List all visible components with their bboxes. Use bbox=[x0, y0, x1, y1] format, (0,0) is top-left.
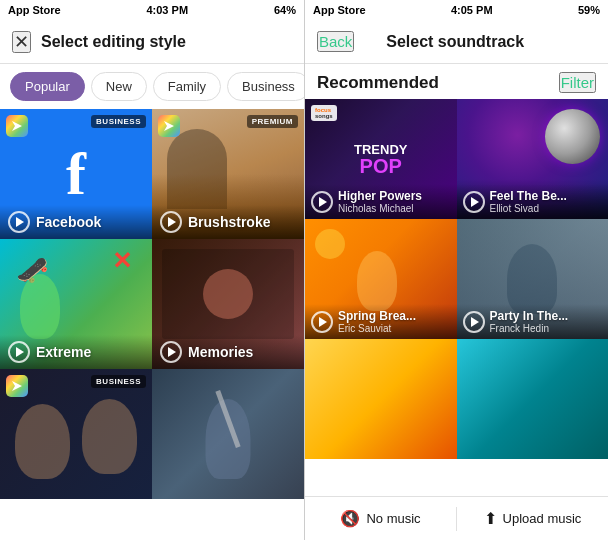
tab-popular[interactable]: Popular bbox=[10, 72, 85, 101]
upload-icon: ⬆ bbox=[484, 509, 497, 528]
tab-family[interactable]: Family bbox=[153, 72, 221, 101]
play-icon-extreme bbox=[16, 347, 24, 357]
recommended-row: Recommended Filter bbox=[305, 64, 608, 99]
card-bottom-facebook: Facebook bbox=[0, 205, 152, 239]
play-btn-party[interactable] bbox=[463, 311, 485, 333]
play-icon-feel-the-beat bbox=[471, 197, 479, 207]
card-facebook[interactable]: f BUSINESS Facebook bbox=[0, 109, 152, 239]
card-bottom-memories: Memories bbox=[152, 335, 304, 369]
mc-text-higher-powers: Higher Powers Nicholas Michael bbox=[338, 189, 422, 214]
time-left: 4:03 PM bbox=[146, 4, 188, 16]
play-btn-higher-powers[interactable] bbox=[311, 191, 333, 213]
right-panel: App Store 4:05 PM 59% Back Select soundt… bbox=[304, 0, 608, 540]
card-warrior[interactable] bbox=[152, 369, 304, 499]
filter-button[interactable]: Filter bbox=[559, 72, 596, 93]
mc-text-feel-the-beat: Feel The Be... Elliot Sivad bbox=[490, 189, 567, 214]
status-left-info: App Store bbox=[8, 4, 61, 16]
card-label-facebook: Facebook bbox=[36, 214, 101, 230]
status-bar-left: App Store 4:03 PM 64% bbox=[0, 0, 304, 20]
play-btn-extreme[interactable] bbox=[8, 341, 30, 363]
app-store-label-left: App Store bbox=[8, 4, 61, 16]
music-card-6[interactable] bbox=[457, 339, 609, 459]
no-music-icon: 🔇 bbox=[340, 509, 360, 528]
music-card-feel-the-beat[interactable]: Feel The Be... Elliot Sivad bbox=[457, 99, 609, 219]
card-social[interactable]: BUSINESS bbox=[0, 369, 152, 499]
close-button[interactable]: ✕ bbox=[12, 31, 31, 53]
play-btn-brushstroke[interactable] bbox=[160, 211, 182, 233]
play-btn-facebook[interactable] bbox=[8, 211, 30, 233]
card-extreme[interactable]: ✕ 🛹 Extreme bbox=[0, 239, 152, 369]
card-bottom-extreme: Extreme bbox=[0, 335, 152, 369]
header-left: ✕ Select editing style bbox=[0, 20, 304, 64]
tab-business[interactable]: Business bbox=[227, 72, 304, 101]
play-btn-feel-the-beat[interactable] bbox=[463, 191, 485, 213]
battery-right: 59% bbox=[578, 4, 600, 16]
music-card-party[interactable]: Party In The... Franck Hedin bbox=[457, 219, 609, 339]
mc-artist-higher-powers: Nicholas Michael bbox=[338, 203, 422, 214]
filter-tabs: Popular New Family Business bbox=[0, 64, 304, 109]
card-label-brushstroke: Brushstroke bbox=[188, 214, 270, 230]
page-title-left: Select editing style bbox=[41, 33, 186, 51]
mc-artist-party: Franck Hedin bbox=[490, 323, 569, 334]
back-button[interactable]: Back bbox=[317, 31, 354, 52]
play-btn-spring-break[interactable] bbox=[311, 311, 333, 333]
recommended-label: Recommended bbox=[317, 73, 439, 93]
music-card-spring-break[interactable]: Spring Brea... Eric Sauviat bbox=[305, 219, 457, 339]
card-brushstroke[interactable]: PREMIUM Brushstroke bbox=[152, 109, 304, 239]
mc-artist-spring-break: Eric Sauviat bbox=[338, 323, 416, 334]
mc-artist-feel-the-beat: Elliot Sivad bbox=[490, 203, 567, 214]
app-store-label-right: App Store bbox=[313, 4, 366, 16]
music-card-higher-powers[interactable]: TRENDY POP focus songs Higher Powers Nic… bbox=[305, 99, 457, 219]
mc-text-party: Party In The... Franck Hedin bbox=[490, 309, 569, 334]
badge-brushstroke: PREMIUM bbox=[247, 115, 298, 128]
left-panel: App Store 4:03 PM 64% ✕ Select editing s… bbox=[0, 0, 304, 540]
play-icon-spring-break bbox=[319, 317, 327, 327]
app-logo-facebook bbox=[6, 115, 28, 137]
soundtrack-grid: TRENDY POP focus songs Higher Powers Nic… bbox=[305, 99, 608, 496]
badge-social: BUSINESS bbox=[91, 375, 146, 388]
battery-left: 64% bbox=[274, 4, 296, 16]
card-label-extreme: Extreme bbox=[36, 344, 91, 360]
mc-bottom-party: Party In The... Franck Hedin bbox=[457, 304, 609, 339]
mc-title-higher-powers: Higher Powers bbox=[338, 189, 422, 203]
status-bar-right: App Store 4:05 PM 59% bbox=[305, 0, 608, 20]
play-btn-memories[interactable] bbox=[160, 341, 182, 363]
mc-title-spring-break: Spring Brea... bbox=[338, 309, 416, 323]
badge-facebook: BUSINESS bbox=[91, 115, 146, 128]
card-bottom-brushstroke: Brushstroke bbox=[152, 205, 304, 239]
app-logo-brushstroke bbox=[158, 115, 180, 137]
play-icon-higher-powers bbox=[319, 197, 327, 207]
no-music-label: No music bbox=[366, 511, 420, 526]
music-card-5[interactable] bbox=[305, 339, 457, 459]
bottom-bar: 🔇 No music ⬆ Upload music bbox=[305, 496, 608, 540]
mc-text-spring-break: Spring Brea... Eric Sauviat bbox=[338, 309, 416, 334]
upload-music-button[interactable]: ⬆ Upload music bbox=[457, 497, 608, 540]
no-music-button[interactable]: 🔇 No music bbox=[305, 497, 456, 540]
app-logo-social bbox=[6, 375, 28, 397]
editing-style-grid: f BUSINESS Facebook PREMIUM bbox=[0, 109, 304, 540]
time-right: 4:05 PM bbox=[451, 4, 493, 16]
mc-bottom-higher-powers: Higher Powers Nicholas Michael bbox=[305, 184, 457, 219]
play-icon-facebook bbox=[16, 217, 24, 227]
play-icon-memories bbox=[168, 347, 176, 357]
mc-bottom-spring-break: Spring Brea... Eric Sauviat bbox=[305, 304, 457, 339]
facebook-logo: f bbox=[66, 140, 86, 209]
page-title-right: Select soundtrack bbox=[386, 33, 524, 51]
mc-title-party: Party In The... bbox=[490, 309, 569, 323]
tab-new[interactable]: New bbox=[91, 72, 147, 101]
card-memories[interactable]: Memories bbox=[152, 239, 304, 369]
mc-bottom-feel-the-beat: Feel The Be... Elliot Sivad bbox=[457, 184, 609, 219]
play-icon-brushstroke bbox=[168, 217, 176, 227]
card-label-memories: Memories bbox=[188, 344, 253, 360]
play-icon-party bbox=[471, 317, 479, 327]
header-right: Back Select soundtrack bbox=[305, 20, 608, 64]
mc-title-feel-the-beat: Feel The Be... bbox=[490, 189, 567, 203]
upload-music-label: Upload music bbox=[503, 511, 582, 526]
